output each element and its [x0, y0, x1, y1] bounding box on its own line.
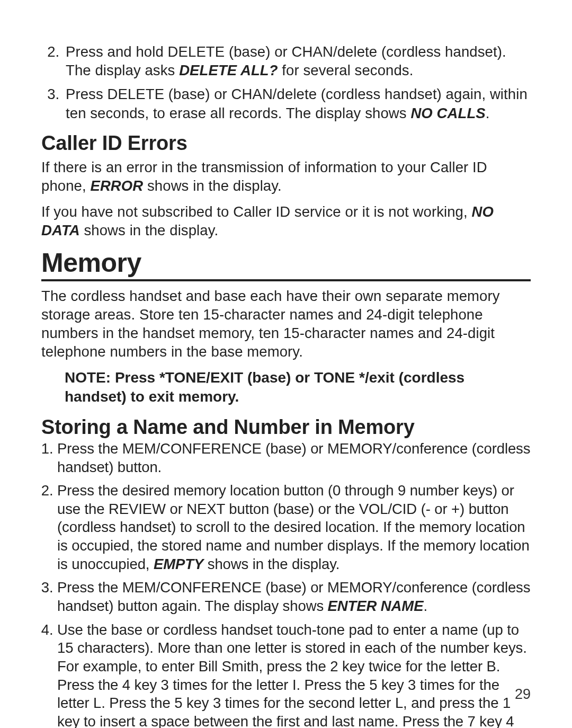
storing-step-2-b: shows in the display.	[203, 556, 339, 572]
caller-id-p1: If there is an error in the transmission…	[41, 158, 531, 195]
storing-step-3: Press the MEM/CONFERENCE (base) or MEMOR…	[57, 579, 531, 615]
caller-id-p2-b: shows in the display.	[80, 222, 219, 238]
storing-step-2-em: EMPTY	[154, 556, 203, 572]
page-number: 29	[515, 686, 531, 703]
step-3-text-b: .	[486, 105, 490, 121]
storing-step-3-em: ENTER NAME	[328, 598, 424, 614]
step-3-emph: NO CALLS	[410, 105, 485, 121]
storing-step-4: Use the base or cordless handset touch-t…	[57, 621, 531, 728]
storing-step-2: Press the desired memory location button…	[57, 482, 531, 573]
memory-heading: Memory	[41, 247, 531, 281]
step-2-text-b: for several seconds.	[278, 62, 414, 78]
storing-steps: Press the MEM/CONFERENCE (base) or MEMOR…	[41, 440, 531, 728]
manual-page: Press and hold DELETE (base) or CHAN/del…	[0, 0, 572, 728]
storing-step-3-b: .	[423, 598, 427, 614]
caller-id-errors-heading: Caller ID Errors	[41, 132, 531, 155]
memory-note: NOTE: Press *TONE/EXIT (base) or TONE */…	[65, 368, 531, 406]
storing-step-3-a: Press the MEM/CONFERENCE (base) or MEMOR…	[57, 579, 530, 614]
memory-intro: The cordless handset and base each have …	[41, 287, 531, 361]
step-2-emph: DELETE ALL?	[179, 62, 278, 78]
step-3: Press DELETE (base) or CHAN/delete (cord…	[64, 85, 531, 122]
storing-step-1: Press the MEM/CONFERENCE (base) or MEMOR…	[57, 440, 531, 476]
delete-records-steps: Press and hold DELETE (base) or CHAN/del…	[41, 42, 531, 122]
storing-heading: Storing a Name and Number in Memory	[41, 416, 531, 439]
caller-id-p1-em: ERROR	[90, 177, 143, 194]
caller-id-p2-a: If you have not subscribed to Caller ID …	[41, 203, 472, 220]
caller-id-p1-b: shows in the display.	[143, 177, 282, 194]
caller-id-p2: If you have not subscribed to Caller ID …	[41, 202, 531, 239]
step-2: Press and hold DELETE (base) or CHAN/del…	[64, 42, 531, 79]
